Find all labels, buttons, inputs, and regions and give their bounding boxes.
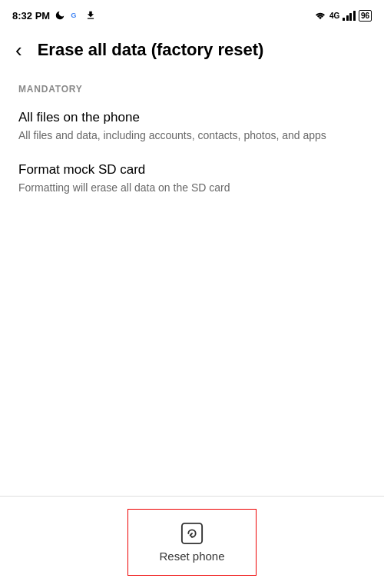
list-item-sdcard: Format mock SD card Formatting will eras… (18, 162, 366, 196)
list-item-files-desc: All files and data, including accounts, … (18, 128, 366, 144)
section-label: MANDATORY (18, 84, 366, 95)
bottom-section: Reset phone (0, 496, 384, 588)
list-item-sdcard-desc: Formatting will erase all data on the SD… (18, 181, 366, 196)
reset-phone-button[interactable]: Reset phone (127, 509, 256, 576)
page-title: Erase all data (factory reset) (38, 40, 264, 60)
list-item-files: All files on the phone All files and dat… (18, 110, 366, 144)
google-icon: G (70, 10, 81, 21)
back-button[interactable]: ‹ (12, 35, 25, 65)
moon-icon (55, 10, 65, 21)
reset-icon (180, 522, 204, 545)
battery-level: 96 (361, 12, 369, 20)
signal-bars (343, 10, 356, 21)
wifi-icon (314, 11, 326, 20)
page-header: ‹ Erase all data (factory reset) (0, 28, 384, 78)
status-time-area: 8:32 PM G (12, 10, 96, 22)
content-area: MANDATORY All files on the phone All fil… (0, 78, 384, 220)
status-bar: 8:32 PM G 4G 96 (0, 0, 384, 28)
network-badge: 4G (329, 12, 339, 20)
svg-text:G: G (71, 12, 76, 19)
list-item-files-title: All files on the phone (18, 110, 366, 125)
time-display: 8:32 PM (12, 10, 50, 22)
battery-icon: 96 (359, 10, 372, 22)
status-right-icons: 4G 96 (314, 10, 372, 22)
reset-phone-label: Reset phone (159, 550, 224, 563)
list-item-sdcard-title: Format mock SD card (18, 162, 366, 178)
download-icon (85, 10, 96, 21)
